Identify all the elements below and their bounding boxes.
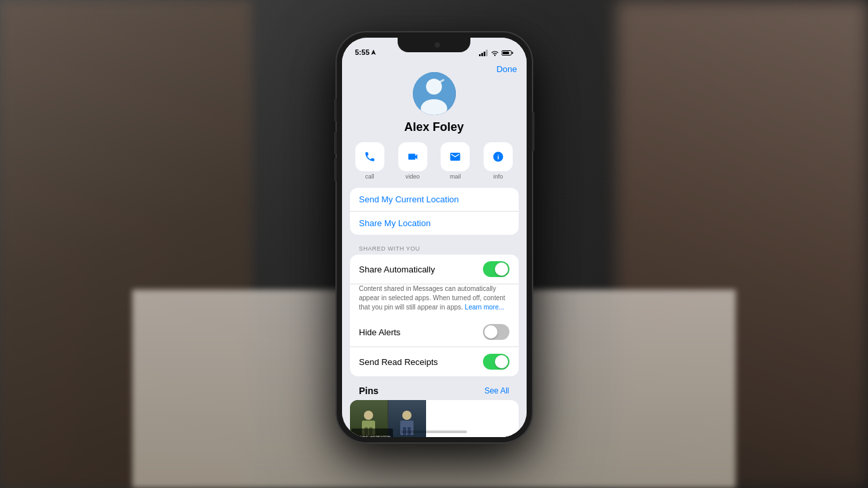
shared-card: Share Automatically Content shared in Me… [350, 255, 519, 376]
time-label: 5:55 [355, 48, 370, 56]
action-call[interactable]: call [353, 142, 388, 180]
location-card: Send My Current Location Share My Locati… [350, 188, 519, 235]
avatar-image [413, 72, 456, 115]
phone-device: 5:55 [337, 32, 532, 442]
call-icon-bg [355, 142, 384, 171]
send-read-receipts-toggle[interactable] [483, 354, 509, 370]
call-icon [364, 151, 376, 163]
video-label: video [406, 173, 420, 180]
mail-icon [449, 151, 461, 163]
shared-with-you-section: SHARED WITH YOU Share Automatically Cont… [342, 241, 527, 376]
video-icon [407, 151, 419, 163]
battery-icon [501, 50, 513, 56]
hide-alerts-label: Hide Alerts [359, 327, 401, 337]
status-time: 5:55 [355, 48, 376, 56]
action-video[interactable]: video [395, 142, 430, 180]
share-automatically-row: Share Automatically [350, 255, 519, 284]
send-location-label: Send My Current Location [359, 194, 459, 204]
home-indicator [401, 430, 467, 433]
screen-content: Done Alex Foley [342, 59, 527, 437]
avatar [413, 72, 456, 115]
mail-label: mail [450, 173, 461, 180]
svg-text:i: i [498, 153, 499, 161]
action-info[interactable]: i info [481, 142, 516, 180]
share-location-label: Share My Location [359, 218, 431, 228]
description-text: Content shared in Messages can automatic… [359, 284, 509, 312]
wifi-icon [491, 50, 499, 56]
svg-rect-7 [511, 52, 513, 54]
action-row: call video [342, 142, 527, 180]
svg-rect-8 [502, 52, 509, 54]
info-icon: i [492, 151, 504, 163]
pins-section: Pins See All [342, 383, 527, 437]
overlay-text: MORNING INSPIRATION [353, 435, 391, 437]
share-automatically-label: Share Automatically [359, 264, 435, 274]
learn-more-link[interactable]: Learn more... [465, 304, 504, 311]
svg-point-10 [426, 79, 442, 95]
hide-alerts-row: Hide Alerts [350, 317, 519, 347]
send-location-row[interactable]: Send My Current Location [350, 188, 519, 212]
done-button[interactable]: Done [496, 64, 517, 74]
toggle-thumb [495, 263, 508, 276]
notch [398, 38, 470, 52]
svg-point-5 [494, 55, 496, 56]
contact-name: Alex Foley [404, 120, 464, 134]
location-arrow-icon [371, 50, 376, 56]
svg-point-15 [364, 411, 373, 420]
svg-rect-3 [484, 52, 486, 56]
toggle-thumb-receipts [495, 355, 508, 368]
svg-marker-0 [371, 50, 376, 55]
svg-rect-4 [486, 50, 488, 56]
svg-rect-1 [479, 54, 481, 56]
toggle-thumb-off [484, 325, 498, 339]
shared-section-label: SHARED WITH YOU [342, 241, 527, 255]
status-icons [479, 50, 513, 56]
call-label: call [365, 173, 374, 180]
info-label: info [494, 173, 503, 180]
pins-header: Pins See All [350, 383, 519, 400]
see-all-button[interactable]: See All [484, 386, 509, 395]
svg-point-19 [402, 411, 412, 420]
pins-title: Pins [359, 386, 379, 396]
camera-notch [435, 42, 440, 48]
phone-screen: 5:55 [342, 38, 527, 437]
send-read-receipts-row: Send Read Receipts [350, 347, 519, 376]
hide-alerts-toggle[interactable] [483, 324, 509, 340]
share-automatically-toggle[interactable] [483, 261, 509, 277]
video-icon-bg [398, 142, 427, 171]
signal-icon [479, 50, 488, 56]
action-mail[interactable]: mail [438, 142, 473, 180]
share-location-row[interactable]: Share My Location [350, 212, 519, 235]
description-area: Content shared in Messages can automatic… [350, 284, 519, 317]
svg-rect-2 [481, 53, 483, 56]
send-read-receipts-label: Send Read Receipts [359, 357, 438, 367]
info-icon-bg: i [484, 142, 513, 171]
mail-icon-bg [441, 142, 470, 171]
scene: 5:55 [0, 0, 868, 488]
